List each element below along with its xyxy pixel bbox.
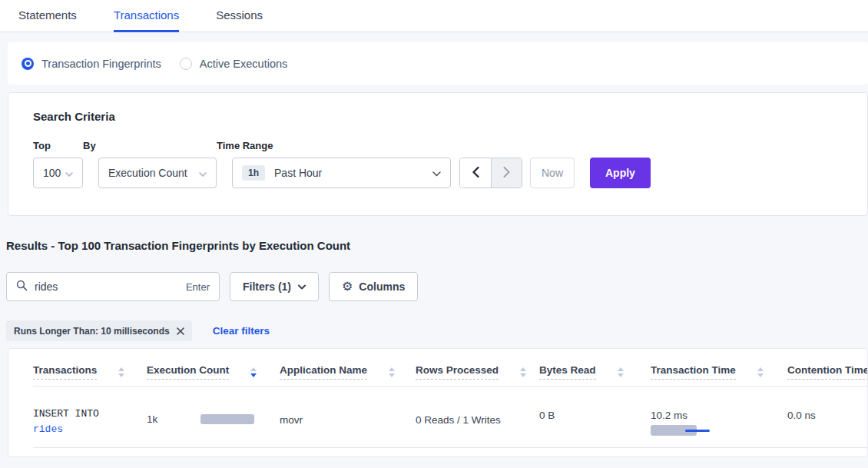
now-button[interactable]: Now: [530, 158, 575, 188]
application-name-cell: movr: [280, 407, 416, 447]
contention-time-value: 0.0 ns: [787, 410, 816, 421]
bytes-read-cell: 0 B: [539, 407, 651, 447]
time-range-select[interactable]: 1h Past Hour: [232, 158, 451, 188]
chevron-down-icon: [65, 167, 73, 179]
application-name-value: movr: [280, 414, 416, 426]
top-field: Top 100: [33, 140, 83, 188]
contention-time-cell: 0.0 ns: [787, 407, 816, 447]
column-header-contention-time[interactable]: Contention Time: [787, 364, 867, 380]
column-header-application-name[interactable]: Application Name: [280, 364, 416, 380]
execution-count-cell: 1k: [147, 407, 280, 447]
column-header-execution-count[interactable]: Execution Count: [147, 364, 280, 380]
next-time-range-button[interactable]: [491, 158, 522, 188]
rows-processed-cell: 0 Reads / 1 Writes: [416, 407, 539, 447]
execution-count-value: 1k: [147, 413, 157, 425]
table-row: INSERT INTO rides 1k movr 0 Reads / 1 Wr…: [33, 387, 867, 448]
transaction-time-cell: 10.2 ms: [651, 407, 787, 447]
top-select[interactable]: 100: [33, 158, 83, 188]
time-range-label: Time Range: [217, 140, 451, 151]
time-range-field: Time Range 1h Past Hour: [217, 140, 451, 188]
filter-chip: Runs Longer Than: 10 milliseconds: [6, 320, 192, 341]
tab-transactions[interactable]: Transactions: [114, 0, 179, 32]
column-header-rows-processed[interactable]: Rows Processed: [416, 364, 539, 380]
column-header-transaction-time[interactable]: Transaction Time: [651, 364, 787, 380]
search-criteria-card: Search Criteria Top 100 By Execution Cou…: [8, 92, 868, 216]
sort-icon[interactable]: [618, 367, 624, 377]
radio-active-executions[interactable]: Active Executions: [180, 58, 287, 70]
results-table-card: Transactions Execution Count Application…: [8, 348, 868, 457]
time-range-badge: 1h: [242, 165, 265, 181]
remove-filter-icon[interactable]: [177, 327, 184, 335]
search-criteria-title: Search Criteria: [33, 110, 867, 123]
transaction-time-stddev-marker: [685, 430, 710, 432]
columns-button[interactable]: ⚙︎ Columns: [329, 272, 418, 301]
columns-button-label: Columns: [359, 280, 405, 293]
sort-icon[interactable]: [520, 367, 526, 377]
top-label: Top: [33, 140, 83, 151]
enter-hint: Enter: [186, 281, 210, 293]
chevron-down-icon: [432, 167, 441, 179]
rows-processed-value: 0 Reads / 1 Writes: [416, 414, 539, 426]
radio-transaction-fingerprints[interactable]: Transaction Fingerprints: [22, 58, 161, 70]
column-header-transactions[interactable]: Transactions: [33, 364, 147, 380]
filters-button[interactable]: Filters (1): [230, 272, 319, 301]
filter-chip-label: Runs Longer Than: 10 milliseconds: [14, 326, 170, 337]
gear-icon: ⚙︎: [342, 280, 353, 293]
time-range-pager: [459, 158, 522, 188]
by-label: By: [83, 140, 217, 151]
sort-icon[interactable]: [118, 367, 124, 377]
column-header-bytes-read[interactable]: Bytes Read: [539, 364, 651, 380]
by-select[interactable]: Execution Count: [98, 158, 217, 188]
transaction-time-bar: [651, 425, 711, 436]
bytes-read-value: 0 B: [539, 410, 651, 421]
radio-selected-icon: [22, 58, 34, 70]
active-filters-row: Runs Longer Than: 10 milliseconds Clear …: [6, 320, 868, 341]
tab-statements[interactable]: Statements: [18, 0, 77, 32]
by-value: Execution Count: [108, 167, 187, 179]
transaction-link[interactable]: rides: [33, 422, 63, 437]
search-input[interactable]: [35, 280, 186, 293]
page-tabs: Statements Transactions Sessions: [0, 0, 868, 32]
execution-count-bar: [200, 414, 254, 424]
tab-sessions[interactable]: Sessions: [216, 0, 263, 32]
filters-button-label: Filters (1): [243, 280, 291, 293]
table-header-row: Transactions Execution Count Application…: [33, 349, 867, 387]
chevron-down-icon: [298, 284, 306, 290]
time-range-value: Past Hour: [274, 167, 322, 179]
search-icon: [16, 280, 28, 294]
apply-button[interactable]: Apply: [590, 158, 651, 188]
previous-time-range-button[interactable]: [460, 158, 491, 188]
sort-desc-icon[interactable]: [250, 367, 257, 377]
sort-icon[interactable]: [389, 367, 395, 377]
results-heading: Results - Top 100 Transaction Fingerprin…: [6, 239, 868, 252]
transaction-fingerprint-cell: INSERT INTO rides: [33, 407, 147, 447]
view-mode-card: Transaction Fingerprints Active Executio…: [8, 42, 868, 85]
top-value: 100: [43, 167, 61, 179]
radio-unselected-icon: [180, 58, 192, 70]
chevron-right-icon: [503, 167, 510, 180]
chevron-left-icon: [472, 167, 479, 180]
results-search-box[interactable]: Enter: [6, 272, 220, 301]
radio-label: Transaction Fingerprints: [41, 58, 161, 70]
clear-filters-link[interactable]: Clear filters: [213, 325, 270, 337]
statement-text: INSERT INTO: [33, 408, 99, 420]
chevron-down-icon: [199, 167, 207, 179]
radio-label: Active Executions: [200, 58, 287, 70]
results-controls: Enter Filters (1) ⚙︎ Columns: [6, 272, 868, 301]
transaction-time-value: 10.2 ms: [651, 410, 787, 421]
sort-icon[interactable]: [757, 367, 764, 377]
by-field: By Execution Count: [83, 140, 217, 188]
